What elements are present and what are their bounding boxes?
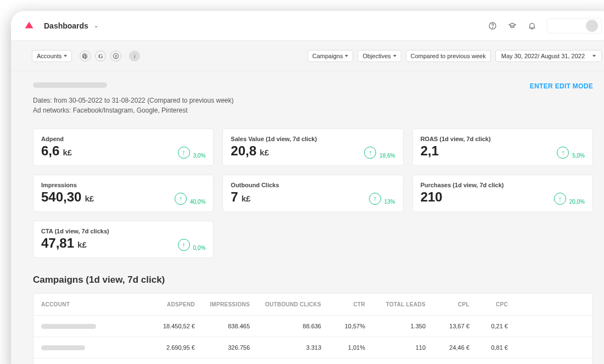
meta-dates: Dates: from 30-05-2022 to 31-08-2022 (Co… (33, 97, 234, 104)
kpi-label: Sales Value (1d view, 7d click) (231, 136, 317, 142)
kpi-purchases: Purchases (1d view, 7d click) 210 ↑ 20,0… (412, 175, 593, 212)
td-ctr: 1,01% (321, 344, 365, 351)
kpi-cta: CTA (1d view, 7d clicks) 47,81 k£ ↑ 0,0% (33, 221, 214, 258)
academy-icon[interactable] (507, 21, 517, 31)
kpi-delta: 3,0% (193, 153, 206, 159)
td-ctr: 10,57% (321, 323, 365, 329)
account-placeholder (41, 345, 85, 350)
toolbar-left: Accounts G i (32, 50, 140, 62)
td-clicks: 3.313 (250, 344, 321, 351)
kpi-sales-value: Sales Value (1d view, 7d click) 20,8 k£ … (222, 128, 403, 166)
kpi-value: 6,6 (41, 143, 59, 159)
trend-up-icon: ↑ (557, 147, 569, 159)
dashboards-dropdown[interactable]: Dashboards ⌄ (44, 21, 98, 30)
search-box[interactable] (547, 18, 602, 33)
toolbar-right: Campaigns Objectives Compared to previou… (307, 50, 602, 62)
th-adspend: ADSPEND (140, 301, 195, 307)
chevron-down-icon (592, 55, 596, 57)
facebook-icon[interactable] (110, 51, 121, 61)
objectives-label: Objectives (362, 53, 390, 59)
kpi-row-1: Adpend 6,6 k£ ↑ 3,0% Sales Value (1d vie… (33, 128, 593, 166)
th-cpc: CPC (469, 301, 508, 307)
kpi-delta: 0,0% (193, 245, 206, 251)
campaigns-dropdown[interactable]: Campaigns (307, 50, 354, 62)
table-row[interactable]: 2.477,06 € 149.746 2.033 1,36% 80 30,96 … (33, 359, 592, 364)
kpi-label: CTA (1d view, 7d clicks) (41, 228, 109, 234)
help-icon[interactable] (488, 21, 497, 31)
dashboard-title-placeholder (33, 82, 107, 88)
kpi-value: 47,81 (41, 236, 74, 251)
kpi-delta: 18,6% (379, 153, 395, 159)
content-area: Dates: from 30-05-2022 to 31-08-2022 (Co… (11, 71, 604, 364)
objectives-dropdown[interactable]: Objectives (357, 50, 401, 62)
kpi-label: Outbound Clicks (231, 182, 279, 188)
td-adspend: 18.450,52 € (140, 323, 195, 329)
th-impressions: IMPRESSIONS (195, 301, 250, 307)
kpi-value: 7 (231, 189, 238, 205)
kpi-row-2: Impressions 540,30 k£ ↑ 40,0% Outbound C… (33, 175, 593, 212)
td-leads: 110 (365, 344, 426, 351)
google-icon[interactable]: G (95, 51, 106, 61)
campaigns-section-title: Campaigns (1d view, 7d click) (33, 275, 593, 285)
dashboards-label: Dashboards (44, 21, 88, 30)
table-row[interactable]: 18.450,52 € 838.465 88.636 10,57% 1.350 … (33, 316, 592, 337)
date-range-picker[interactable]: May 30, 2022/ August 31, 2022 (495, 50, 602, 62)
trend-up-icon: ↑ (369, 193, 381, 205)
avatar[interactable] (586, 20, 598, 32)
kpi-unit: k£ (85, 194, 94, 203)
header-row: Dates: from 30-05-2022 to 31-08-2022 (Co… (33, 82, 593, 116)
kpi-label: Impressions (41, 182, 94, 188)
bell-icon[interactable] (527, 21, 537, 31)
th-cpl: CPL (426, 301, 469, 307)
trend-up-icon: ↑ (178, 147, 190, 159)
td-adspend: 2.690,95 € (140, 344, 195, 351)
pinterest-icon[interactable] (80, 51, 91, 61)
kpi-unit: k£ (63, 148, 72, 157)
header-meta: Dates: from 30-05-2022 to 31-08-2022 (Co… (33, 82, 234, 116)
kpi-value: 210 (421, 189, 443, 205)
kpi-outbound-clicks: Outbound Clicks 7 k£ ↑ 13% (222, 175, 403, 212)
topbar-left: Dashboards ⌄ (24, 21, 98, 31)
topbar: Dashboards ⌄ (11, 11, 604, 41)
chevron-down-icon (64, 55, 67, 57)
td-leads: 1.350 (365, 323, 426, 329)
th-total-leads: TOTAL LEADS (365, 301, 426, 307)
th-ctr: CTR (321, 301, 365, 307)
topbar-right (488, 18, 602, 33)
kpi-delta: 5,0% (572, 153, 585, 159)
kpi-unit: k£ (242, 194, 251, 203)
td-cpl: 24,46 € (426, 344, 469, 351)
toolbar: Accounts G i Campaigns Objectives (11, 41, 604, 71)
kpi-label: Adpend (41, 136, 72, 142)
kpi-value: 2,1 (421, 143, 439, 159)
compare-dropdown[interactable]: Compared to previous week (406, 50, 491, 62)
accounts-dropdown[interactable]: Accounts (32, 50, 72, 62)
th-account: ACCOUNT (41, 301, 140, 307)
kpi-row-3: CTA (1d view, 7d clicks) 47,81 k£ ↑ 0,0% (33, 221, 593, 258)
compare-label: Compared to previous week (411, 53, 486, 59)
app-window: Dashboards ⌄ Accounts (11, 11, 604, 364)
enter-edit-mode-button[interactable]: ENTER EDIT MODE (530, 82, 593, 90)
kpi-impressions: Impressions 540,30 k£ ↑ 40,0% (33, 175, 214, 212)
kpi-value: 20,8 (231, 143, 256, 159)
info-icon[interactable]: i (129, 51, 140, 61)
campaigns-label: Campaigns (312, 53, 343, 59)
logo-icon (24, 21, 34, 31)
kpi-adspend: Adpend 6,6 k£ ↑ 3,0% (33, 128, 214, 166)
date-range-label: May 30, 2022/ August 31, 2022 (501, 53, 585, 59)
kpi-delta: 13% (384, 199, 395, 205)
chevron-down-icon (345, 55, 348, 57)
td-impressions: 326.756 (195, 344, 250, 351)
table-row[interactable]: 2.690,95 € 326.756 3.313 1,01% 110 24,46… (33, 337, 592, 359)
chevron-down-icon: ⌄ (94, 23, 98, 29)
accounts-label: Accounts (37, 53, 61, 59)
td-cpc: 0,21 € (469, 323, 508, 329)
network-icons: G (80, 51, 121, 61)
kpi-roas: ROAS (1d view, 7d click) 2,1 ↑ 5,0% (412, 128, 593, 166)
account-placeholder (41, 324, 96, 329)
table-header: ACCOUNT ADSPEND IMPRESSIONS OUTBOUND CLI… (33, 294, 592, 316)
th-outbound-clicks: OUTBOUND CLICKS (250, 301, 321, 307)
trend-up-icon: ↑ (554, 193, 566, 205)
trend-up-icon: ↑ (364, 147, 376, 159)
kpi-delta: 40,0% (190, 199, 205, 205)
